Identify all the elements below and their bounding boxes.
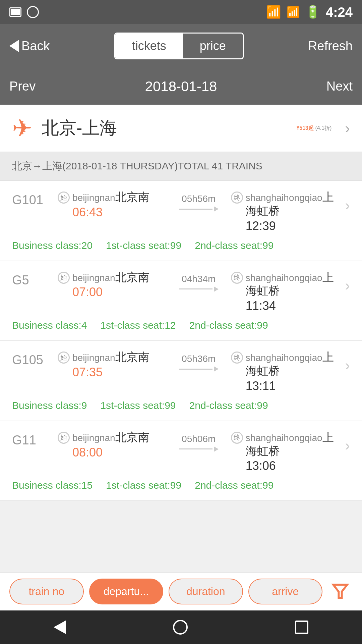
arrow-body [179, 288, 213, 289]
arrival-station-name: shanghaihongqiao上海虹桥 [246, 350, 340, 378]
departure-info: 始 beijingnan北京南 07:35 [58, 350, 167, 379]
filter-tab-arrive[interactable]: arrive [248, 579, 323, 604]
clock: 4:24 [326, 5, 353, 20]
arrival-station-icon: 终 [231, 192, 243, 204]
arrival-station-name: shanghaihongqiao上海虹桥 [246, 270, 340, 298]
train-number: G101 [12, 190, 52, 207]
seat-availability: 2nd-class seat:99 [189, 320, 268, 331]
svg-marker-0 [333, 585, 347, 598]
duration-block: 05h36m [172, 350, 226, 372]
seat-availability: 2nd-class seat:99 [195, 480, 274, 491]
departure-time: 07:35 [72, 365, 167, 379]
arrival-station-icon: 终 [231, 352, 243, 364]
header-bar: Back tickets price Refresh [0, 24, 362, 68]
arrival-station-block: 终 shanghaihongqiao上海虹桥 [231, 270, 340, 298]
train-item-chevron-icon: › [345, 430, 350, 454]
seat-availability: 1st-class seat:99 [106, 480, 181, 491]
train-list: G101 始 beijingnan北京南 06:43 05h56m 终 shan… [0, 181, 362, 501]
route-price-block: ¥513起 (4.1折) [296, 125, 331, 132]
seat-availability: Business class:9 [12, 400, 87, 411]
arrow-head-icon [214, 446, 219, 452]
departure-station-block: 始 beijingnan北京南 [58, 190, 167, 204]
seat-availability: Business class:15 [12, 480, 93, 491]
departure-station-name: beijingnan北京南 [72, 350, 149, 364]
seat-availability: Business class:4 [12, 320, 87, 331]
home-nav-icon [173, 620, 188, 635]
filter-tab-duration[interactable]: duration [169, 579, 243, 604]
train-main-row: G101 始 beijingnan北京南 06:43 05h56m 终 shan… [12, 190, 350, 233]
seat-row: Business class:151st-class seat:992nd-cl… [12, 480, 350, 491]
arrow-head-icon [214, 286, 219, 292]
arrow-head-icon [214, 206, 219, 212]
back-nav-button[interactable] [54, 621, 66, 634]
tab-switcher: tickets price [114, 33, 244, 59]
departure-station-block: 始 beijingnan北京南 [58, 430, 167, 444]
route-price: ¥513起 [296, 125, 314, 131]
train-item[interactable]: G11 始 beijingnan北京南 08:00 05h06m 终 shang… [0, 421, 362, 501]
arrival-info: 终 shanghaihongqiao上海虹桥 13:11 [231, 350, 340, 393]
status-right: 📶 📶 🔋 4:24 [266, 5, 353, 20]
departure-info: 始 beijingnan北京南 06:43 [58, 190, 167, 219]
departure-station-icon: 始 [58, 192, 70, 204]
departure-time: 06:43 [72, 205, 167, 219]
seat-row: Business class:91st-class seat:992nd-cla… [12, 400, 350, 411]
arrival-station-block: 终 shanghaihongqiao上海虹桥 [231, 190, 340, 218]
seat-availability: 1st-class seat:99 [106, 240, 181, 251]
route-chevron-icon: › [345, 120, 350, 137]
recents-nav-icon [295, 621, 308, 634]
arrival-station-icon: 终 [231, 272, 243, 284]
duration-block: 04h34m [172, 270, 226, 292]
departure-station-name: beijingnan北京南 [72, 190, 149, 204]
train-item[interactable]: G5 始 beijingnan北京南 07:00 04h34m 终 shangh… [0, 261, 362, 341]
next-date-button[interactable]: Next [326, 79, 353, 94]
seat-availability: 2nd-class seat:99 [195, 240, 274, 251]
camera-icon [27, 6, 39, 18]
train-number: G5 [12, 270, 52, 287]
train-main-row: G5 始 beijingnan北京南 07:00 04h34m 终 shangh… [12, 270, 350, 313]
prev-date-button[interactable]: Prev [9, 79, 36, 94]
departure-info: 始 beijingnan北京南 07:00 [58, 270, 167, 300]
refresh-button[interactable]: Refresh [308, 39, 353, 53]
recents-nav-button[interactable] [295, 621, 308, 634]
date-nav-bar: Prev 2018-01-18 Next [0, 68, 362, 105]
arrow-line [179, 446, 219, 452]
departure-station-icon: 始 [58, 352, 70, 364]
plane-icon: ✈ [12, 114, 32, 142]
date-display: 2018-01-18 [145, 78, 217, 95]
arrow-body [179, 369, 213, 370]
train-number: G11 [12, 430, 52, 447]
arrival-info: 终 shanghaihongqiao上海虹桥 11:34 [231, 270, 340, 313]
departure-time: 08:00 [72, 445, 167, 460]
train-item-chevron-icon: › [345, 270, 350, 294]
train-item[interactable]: G101 始 beijingnan北京南 06:43 05h56m 终 shan… [0, 181, 362, 261]
duration-text: 05h36m [182, 354, 216, 364]
home-nav-button[interactable] [173, 620, 188, 635]
arrow-line [179, 366, 219, 372]
route-header[interactable]: ✈ 北京-上海 ¥513起 (4.1折) › [0, 105, 362, 152]
back-arrow-icon [9, 40, 19, 52]
train-item[interactable]: G105 始 beijingnan北京南 07:35 05h36m 终 shan… [0, 341, 362, 421]
train-item-chevron-icon: › [345, 350, 350, 374]
departure-station-block: 始 beijingnan北京南 [58, 270, 167, 284]
duration-text: 05h06m [182, 434, 216, 444]
tab-price[interactable]: price [183, 34, 243, 58]
arrival-station-block: 终 shanghaihongqiao上海虹桥 [231, 350, 340, 378]
back-label: Back [21, 39, 50, 53]
departure-station-icon: 始 [58, 432, 70, 444]
seat-row: Business class:41st-class seat:122nd-cla… [12, 320, 350, 331]
filter-tab-train-no[interactable]: train no [9, 579, 84, 604]
arrow-body [179, 209, 213, 210]
tab-tickets[interactable]: tickets [115, 34, 183, 58]
filter-tab-departu[interactable]: departu... [89, 579, 164, 604]
back-nav-icon [54, 621, 66, 634]
status-bar: 📶 📶 🔋 4:24 [0, 0, 362, 24]
arrival-time: 11:34 [246, 299, 340, 313]
departure-station-block: 始 beijingnan北京南 [58, 350, 167, 364]
back-button[interactable]: Back [9, 39, 50, 53]
arrow-head-icon [214, 366, 219, 372]
arrow-line [179, 206, 219, 212]
arrival-info: 终 shanghaihongqiao上海虹桥 13:06 [231, 430, 340, 473]
seat-availability: 2nd-class seat:99 [189, 400, 268, 411]
route-discount: (4.1折) [315, 125, 331, 131]
filter-icon-button[interactable] [325, 582, 355, 601]
